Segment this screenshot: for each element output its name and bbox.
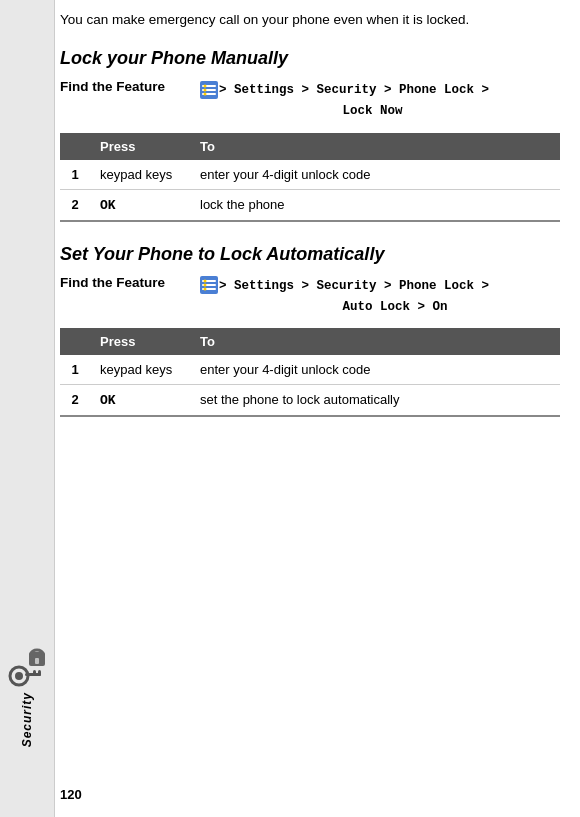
section2-find-feature-path: > Settings > Security > Phone Lock > Aut… <box>200 275 489 317</box>
sidebar-icon-area: Security <box>5 648 49 747</box>
table-row: 1 keypad keys enter your 4-digit unlock … <box>60 160 560 190</box>
svg-point-21 <box>204 288 207 291</box>
svg-point-19 <box>204 280 207 283</box>
svg-point-13 <box>204 88 207 91</box>
section2-path-text: > Settings > Security > Phone Lock > Aut… <box>200 279 489 314</box>
svg-rect-3 <box>38 670 41 676</box>
section1-find-feature-label: Find the Feature <box>60 79 190 94</box>
section1-path-text: > Settings > Security > Phone Lock > Loc… <box>200 83 489 118</box>
section1-table: Press To 1 keypad keys enter your 4-digi… <box>60 133 560 222</box>
svg-rect-4 <box>33 670 36 674</box>
intro-text: You can make emergency call on your phon… <box>60 10 560 30</box>
section2-table-header: Press To <box>60 328 560 355</box>
section2-col-press: Press <box>90 328 190 355</box>
step-number: 2 <box>60 385 90 417</box>
sidebar-label: Security <box>20 692 34 747</box>
page-number: 120 <box>60 787 82 802</box>
lock-icon <box>5 648 49 692</box>
to-value: enter your 4-digit unlock code <box>190 160 560 190</box>
section2-title: Set Your Phone to Lock Automatically <box>60 244 560 265</box>
press-value: keypad keys <box>90 355 190 385</box>
step-number: 2 <box>60 189 90 221</box>
section1-find-feature: Find the Feature > Settings > Security >… <box>60 79 560 121</box>
table-row: 2 OK lock the phone <box>60 189 560 221</box>
settings-icon-2 <box>200 276 218 294</box>
section2-col-step <box>60 328 90 355</box>
section1-find-feature-path: > Settings > Security > Phone Lock > Loc… <box>200 79 489 121</box>
table-row: 2 OK set the phone to lock automatically <box>60 385 560 417</box>
svg-point-1 <box>15 672 23 680</box>
section1-title: Lock your Phone Manually <box>60 48 560 69</box>
section1-table-header: Press To <box>60 133 560 160</box>
section-lock-automatically: Set Your Phone to Lock Automatically Fin… <box>60 244 560 418</box>
step-number: 1 <box>60 160 90 190</box>
to-value: enter your 4-digit unlock code <box>190 355 560 385</box>
table-row: 1 keypad keys enter your 4-digit unlock … <box>60 355 560 385</box>
section-lock-manually: Lock your Phone Manually Find the Featur… <box>60 48 560 222</box>
press-value: OK <box>90 189 190 221</box>
press-value: OK <box>90 385 190 417</box>
to-value: lock the phone <box>190 189 560 221</box>
step-number: 1 <box>60 355 90 385</box>
section2-find-feature: Find the Feature > Settings > Security >… <box>60 275 560 317</box>
svg-point-20 <box>204 284 207 287</box>
section2-table: Press To 1 keypad keys enter your 4-digi… <box>60 328 560 417</box>
svg-point-12 <box>204 84 207 87</box>
settings-icon-1 <box>200 81 218 99</box>
to-value: set the phone to lock automatically <box>190 385 560 417</box>
sidebar: Security <box>0 0 55 817</box>
main-content: You can make emergency call on your phon… <box>60 10 560 459</box>
section1-col-to: To <box>190 133 560 160</box>
svg-point-14 <box>204 92 207 95</box>
section1-col-step <box>60 133 90 160</box>
section2-col-to: To <box>190 328 560 355</box>
svg-rect-7 <box>35 658 39 664</box>
section2-find-feature-label: Find the Feature <box>60 275 190 290</box>
press-value: keypad keys <box>90 160 190 190</box>
ok-code-2: OK <box>100 393 116 408</box>
ok-code-1: OK <box>100 198 116 213</box>
section1-col-press: Press <box>90 133 190 160</box>
